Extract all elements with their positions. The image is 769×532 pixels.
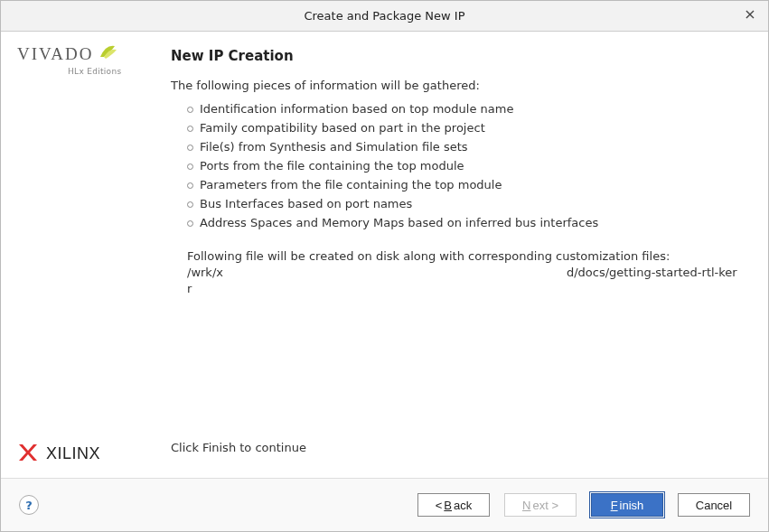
- xilinx-x-icon: [17, 443, 41, 465]
- xilinx-logo: XILINX: [17, 443, 145, 465]
- info-list: Identification information based on top …: [171, 99, 741, 232]
- intro-text: The following pieces of information will…: [171, 79, 741, 92]
- finish-button-rest: inish: [620, 499, 644, 512]
- back-button-prefix: <: [436, 499, 443, 512]
- list-item: Identification information based on top …: [187, 99, 741, 118]
- titlebar: Create and Package New IP ×: [1, 1, 768, 32]
- sidebar: VIVADO HLx Editions XILINX: [1, 32, 155, 478]
- list-item: Ports from the file containing the top m…: [187, 156, 741, 175]
- vivado-subtitle: HLx Editions: [68, 67, 145, 76]
- help-button[interactable]: ?: [19, 495, 39, 515]
- file-note-intro: Following file will be created on disk a…: [187, 249, 670, 263]
- list-item: Parameters from the file containing the …: [187, 175, 741, 194]
- finish-button-mnemonic: F: [611, 499, 618, 512]
- dialog-window: Create and Package New IP × VIVADO HLx E…: [0, 0, 769, 532]
- page-heading: New IP Creation: [171, 48, 741, 64]
- back-button-rest: ack: [454, 499, 472, 512]
- finish-button[interactable]: Finish: [591, 493, 663, 517]
- list-item: Address Spaces and Memory Maps based on …: [187, 213, 741, 232]
- vivado-logo: VIVADO HLx Editions: [17, 44, 145, 76]
- back-button[interactable]: < Back: [417, 493, 490, 517]
- list-item: Bus Interfaces based on port names: [187, 194, 741, 213]
- next-button-rest: ext >: [532, 499, 558, 512]
- file-path-suffix: d/docs/getting-started-rtl-kerr: [187, 266, 737, 295]
- xilinx-logo-text: XILINX: [46, 444, 100, 463]
- file-path-prefix: /wrk/x: [187, 266, 223, 279]
- list-item: File(s) from Synthesis and Simulation fi…: [187, 137, 741, 156]
- close-icon[interactable]: ×: [741, 6, 759, 24]
- list-item: Family compatibility based on part in th…: [187, 118, 741, 137]
- next-button-mnemonic: N: [522, 499, 530, 512]
- file-note: Following file will be created on disk a…: [187, 248, 741, 298]
- vivado-leaf-icon: [97, 41, 118, 65]
- footer: ? < Back Next > Finish Cancel: [1, 479, 768, 531]
- cancel-button[interactable]: Cancel: [678, 493, 750, 517]
- continue-text: Click Finish to continue: [171, 441, 741, 454]
- next-button: Next >: [504, 493, 577, 517]
- back-button-mnemonic: B: [444, 499, 452, 512]
- vivado-logo-text: VIVADO: [17, 44, 93, 64]
- dialog-body: VIVADO HLx Editions XILINX: [1, 32, 768, 479]
- dialog-title: Create and Package New IP: [304, 9, 464, 23]
- content-area: New IP Creation The following pieces of …: [155, 32, 768, 478]
